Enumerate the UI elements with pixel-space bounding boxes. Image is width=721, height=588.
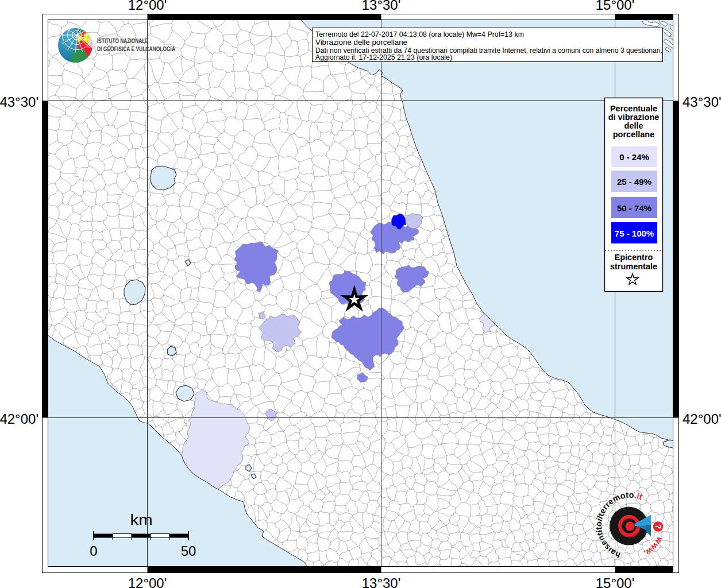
svg-text:50 - 74%: 50 - 74% [617, 203, 651, 213]
svg-text:75 - 100%: 75 - 100% [615, 229, 654, 238]
svg-text:13°30': 13°30' [362, 0, 401, 13]
svg-text:di vibrazione: di vibrazione [608, 113, 660, 122]
svg-text:42°00': 42°00' [0, 411, 38, 427]
svg-text:0: 0 [90, 543, 97, 559]
svg-text:43°30': 43°30' [683, 94, 721, 110]
svg-text:12°00': 12°00' [128, 0, 167, 13]
svg-text:?: ? [654, 524, 663, 529]
svg-text:ISTITUTO NAZIONALE: ISTITUTO NAZIONALE [97, 37, 148, 44]
svg-text:km: km [130, 512, 153, 528]
svg-text:50: 50 [181, 543, 196, 559]
svg-text:Percentuale: Percentuale [610, 104, 657, 113]
svg-text:Epicentro: Epicentro [615, 253, 653, 262]
svg-text:12°00': 12°00' [128, 575, 167, 588]
svg-text:Vibrazione delle porcellane: Vibrazione delle porcellane [315, 38, 407, 47]
svg-text:15°00': 15°00' [596, 575, 635, 588]
svg-text:25 - 49%: 25 - 49% [617, 177, 651, 187]
svg-text:strumentale: strumentale [610, 262, 657, 271]
svg-text:delle: delle [624, 121, 643, 130]
svg-text:porcellane: porcellane [613, 130, 655, 139]
svg-text:DI GEOFISICA E VULCANOLOGIA: DI GEOFISICA E VULCANOLOGIA [97, 45, 175, 52]
svg-text:42°00': 42°00' [683, 411, 721, 427]
svg-text:Aggiornato il: 17-12-2025 21:2: Aggiornato il: 17-12-2025 21:23 (ora loc… [315, 53, 452, 61]
svg-text:0 - 24%: 0 - 24% [619, 152, 649, 162]
svg-text:Terremoto del 22-07-2017 04:13: Terremoto del 22-07-2017 04:13:08 (ora l… [315, 30, 524, 38]
svg-text:15°00': 15°00' [596, 0, 635, 13]
svg-text:13°30': 13°30' [362, 575, 401, 588]
svg-text:43°30': 43°30' [0, 94, 38, 110]
